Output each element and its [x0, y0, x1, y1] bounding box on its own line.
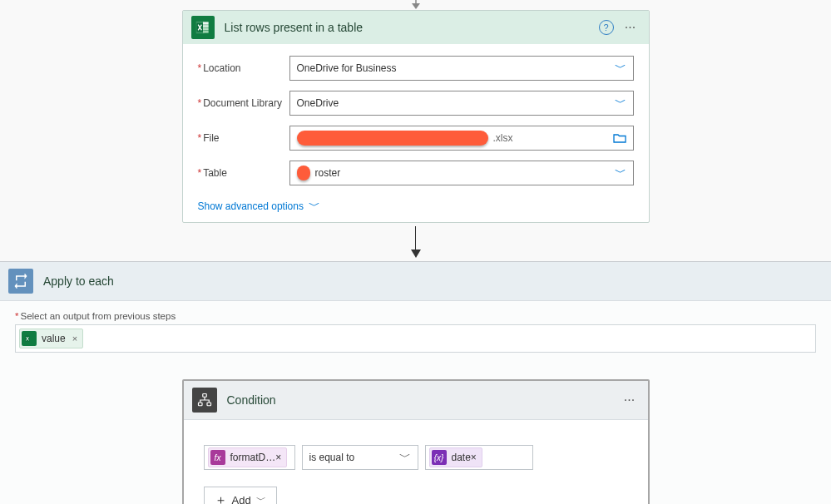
svg-rect-3	[203, 22, 209, 24]
file-field-row: *File .xlsx	[198, 126, 634, 151]
svg-rect-5	[203, 27, 209, 30]
value-token-label: value	[42, 333, 66, 344]
more-icon[interactable]: ···	[621, 19, 641, 36]
token-remove-icon[interactable]: ×	[471, 452, 477, 463]
select-output-input[interactable]: value ×	[15, 324, 816, 353]
fx-badge-icon: fx	[210, 450, 225, 465]
more-icon[interactable]: ···	[620, 392, 640, 408]
right-operand-input[interactable]: {x} date ×	[425, 445, 533, 470]
file-extension: .xlsx	[493, 132, 513, 144]
table-label: *Table	[198, 167, 289, 179]
excel-action-header[interactable]: List rows present in a table ? ···	[183, 11, 649, 44]
location-dropdown[interactable]: OneDrive for Business ﹀	[289, 56, 634, 81]
token-remove-icon[interactable]: ×	[72, 334, 77, 343]
chevron-down-icon: ﹀	[615, 96, 626, 111]
condition-title: Condition	[227, 393, 620, 407]
file-label: *File	[198, 132, 289, 144]
doclib-dropdown[interactable]: OneDrive ﹀	[289, 91, 634, 116]
condition-card: Condition ··· fx formatD… × is equal to …	[182, 379, 650, 504]
apply-to-each-container: Apply to each *Select an output from pre…	[0, 261, 831, 504]
condition-expression-row: fx formatD… × is equal to ﹀ {x} date	[204, 445, 628, 470]
show-advanced-label: Show advanced options	[198, 200, 304, 212]
fx-token-label: formatD…	[230, 452, 276, 463]
excel-action-title: List rows present in a table	[225, 21, 599, 34]
chevron-down-icon: ﹀	[615, 166, 626, 180]
show-advanced-link[interactable]: Show advanced options ﹀	[198, 199, 320, 214]
flow-connector-arrow	[0, 226, 831, 259]
file-picker[interactable]: .xlsx	[289, 126, 634, 151]
redacted-table-icon	[297, 166, 310, 180]
svg-rect-11	[207, 403, 211, 406]
location-value: OneDrive for Business	[297, 62, 610, 74]
svg-rect-9	[202, 394, 206, 398]
svg-rect-6	[203, 31, 209, 33]
variable-token-label: date	[452, 452, 471, 463]
location-label: *Location	[198, 62, 289, 74]
condition-header[interactable]: Condition ···	[184, 381, 648, 420]
token-remove-icon[interactable]: ×	[275, 452, 281, 463]
condition-icon	[192, 388, 217, 413]
svg-rect-10	[198, 403, 202, 406]
left-operand-input[interactable]: fx formatD… ×	[204, 445, 295, 470]
apply-to-each-body: *Select an output from previous steps va…	[0, 301, 831, 504]
condition-body: fx formatD… × is equal to ﹀ {x} date	[184, 420, 648, 504]
apply-to-each-title: Apply to each	[43, 274, 823, 288]
chevron-down-icon: ﹀	[256, 493, 266, 505]
doclib-field-row: *Document Library OneDrive ﹀	[198, 91, 634, 116]
table-field-row: *Table roster ﹀	[198, 161, 634, 185]
location-field-row: *Location OneDrive for Business ﹀	[198, 56, 634, 81]
fx-expression-token[interactable]: fx formatD… ×	[208, 447, 288, 467]
excel-mini-icon	[22, 331, 37, 346]
variable-badge-icon: {x}	[432, 450, 447, 465]
table-value: roster	[315, 167, 610, 179]
chevron-down-icon: ﹀	[309, 199, 320, 214]
svg-rect-4	[203, 25, 209, 27]
add-button[interactable]: ＋ Add ﹀	[204, 487, 277, 504]
chevron-down-icon: ﹀	[615, 61, 626, 76]
comparator-dropdown[interactable]: is equal to ﹀	[302, 445, 418, 470]
doclib-value: OneDrive	[297, 97, 610, 109]
comparator-value: is equal to	[309, 452, 355, 463]
table-dropdown[interactable]: roster ﹀	[289, 161, 634, 185]
incoming-connector	[409, 0, 423, 10]
help-icon[interactable]: ?	[599, 20, 614, 35]
variable-token[interactable]: {x} date ×	[429, 447, 482, 467]
apply-to-each-header[interactable]: Apply to each	[0, 262, 831, 301]
folder-icon[interactable]	[613, 132, 626, 144]
excel-action-body: *Location OneDrive for Business ﹀ *Docum…	[183, 44, 649, 222]
chevron-down-icon: ﹀	[399, 450, 411, 465]
select-output-label: *Select an output from previous steps	[15, 311, 816, 321]
add-button-label: Add	[232, 494, 251, 505]
plus-icon: ＋	[215, 492, 227, 505]
redacted-file-path	[297, 131, 488, 146]
value-token[interactable]: value ×	[19, 329, 83, 348]
excel-action-card: List rows present in a table ? ··· *Loca…	[182, 10, 650, 223]
loop-icon	[8, 269, 33, 294]
excel-icon	[191, 16, 215, 39]
svg-marker-1	[412, 3, 420, 9]
doclib-label: *Document Library	[198, 97, 289, 109]
